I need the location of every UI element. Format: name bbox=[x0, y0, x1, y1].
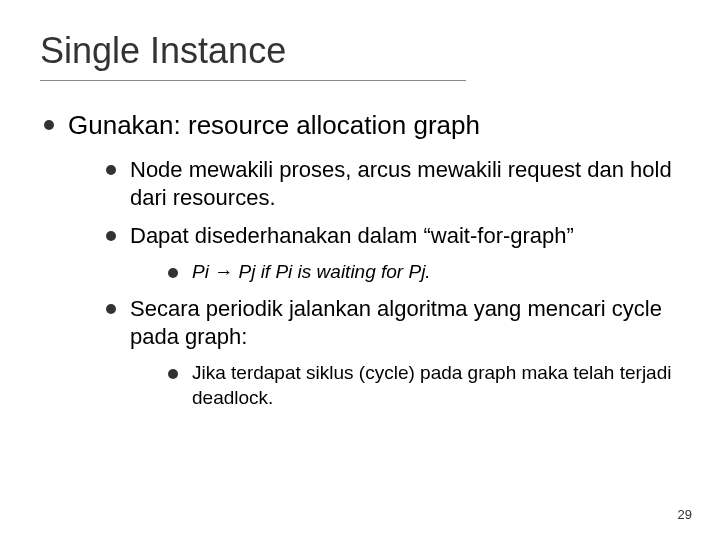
bullet-lvl1: Node mewakili proses, arcus mewakili req… bbox=[102, 156, 680, 212]
slide: Single Instance Gunakan: resource alloca… bbox=[0, 0, 720, 540]
bullet-lvl1: Dapat disederhanakan dalam “wait-for-gra… bbox=[102, 222, 680, 285]
slide-title: Single Instance bbox=[40, 30, 466, 81]
bullet-lvl1-text: Dapat disederhanakan dalam “wait-for-gra… bbox=[130, 223, 574, 248]
bullet-lvl1-text: Secara periodik jalankan algoritma yang … bbox=[130, 296, 662, 349]
page-number: 29 bbox=[678, 507, 692, 522]
bullet-dot-icon bbox=[106, 304, 116, 314]
bullet-lvl2: Jika terdapat siklus (cycle) pada graph … bbox=[164, 361, 680, 410]
bullet-lvl0: Gunakan: resource allocation graph Node … bbox=[40, 109, 680, 410]
bullet-list-lvl1: Node mewakili proses, arcus mewakili req… bbox=[102, 156, 680, 411]
bullet-dot-icon bbox=[106, 165, 116, 175]
bullet-lvl0-text: Gunakan: resource allocation graph bbox=[68, 110, 480, 140]
bullet-dot-icon bbox=[168, 268, 178, 278]
bullet-list-lvl2: Jika terdapat siklus (cycle) pada graph … bbox=[164, 361, 680, 410]
bullet-dot-icon bbox=[44, 120, 54, 130]
bullet-lvl2-text: Jika terdapat siklus (cycle) pada graph … bbox=[192, 362, 671, 408]
bullet-lvl2: Pi → Pj if Pi is waiting for Pj. bbox=[164, 260, 680, 285]
arrow-icon: → bbox=[214, 261, 233, 282]
bullet-lvl1: Secara periodik jalankan algoritma yang … bbox=[102, 295, 680, 411]
pi-italic: Pi bbox=[192, 261, 214, 282]
bullet-list-lvl2: Pi → Pj if Pi is waiting for Pj. bbox=[164, 260, 680, 285]
pj-italic: Pj if Pi is waiting for Pj. bbox=[233, 261, 430, 282]
bullet-list: Gunakan: resource allocation graph Node … bbox=[40, 109, 680, 410]
bullet-dot-icon bbox=[168, 369, 178, 379]
bullet-lvl1-text: Node mewakili proses, arcus mewakili req… bbox=[130, 157, 672, 210]
bullet-dot-icon bbox=[106, 231, 116, 241]
